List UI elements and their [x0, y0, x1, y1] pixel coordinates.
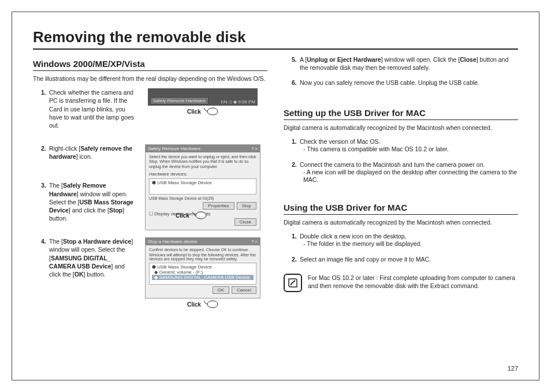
intro-mac-setup: Digital camera is automatically recogniz…	[284, 124, 518, 132]
step-text: Now you can safely remove the USB cable.…	[300, 79, 518, 87]
step-text: Double click a new icon on the desktop, …	[300, 232, 518, 248]
step-text: Check whether the camera and PC is trans…	[49, 88, 135, 129]
note-icon	[284, 274, 302, 292]
step-text: Select an image file and copy or move it…	[300, 255, 518, 263]
heading-mac-setup: Setting up the USB Driver for MAC	[284, 108, 518, 120]
svg-point-1	[196, 212, 206, 219]
properties-button: Properties	[203, 202, 234, 210]
step-text: Check the version of Mac OS. - This came…	[300, 137, 518, 154]
step-num: 3.	[41, 181, 49, 222]
click-label: Click	[187, 301, 201, 308]
step-text: The [Safely Remove Hardware] window will…	[49, 181, 135, 222]
mouse-icon	[203, 300, 218, 309]
step-num: 1.	[41, 88, 49, 129]
step-num: 6.	[292, 79, 300, 87]
heading-mac-using: Using the USB Driver for MAC	[284, 203, 518, 215]
page-number: 127	[508, 365, 518, 372]
tray-tooltip: Safely Remove Hardware	[150, 97, 209, 104]
step-num: 2.	[41, 144, 49, 160]
right-column: 5. A [Unplug or Eject Hardware] window w…	[284, 55, 518, 317]
step-text: Connect the camera to the Macintosh and …	[300, 160, 518, 184]
step-text: The [Stop a Hardware device] window will…	[49, 237, 135, 278]
svg-point-0	[207, 108, 218, 115]
intro-windows: The illustrations may be different from …	[33, 74, 267, 83]
step-num: 1.	[292, 137, 300, 154]
mouse-icon	[192, 211, 207, 220]
ok-button: OK	[213, 286, 230, 294]
close-icon: ? ×	[251, 239, 258, 244]
intro-mac-using: Digital camera is automatically recogniz…	[284, 218, 518, 226]
click-label: Click	[176, 212, 189, 219]
dialog-stop-device: Stop a Hardware device? × Confirm device…	[145, 237, 260, 298]
step-num: 2.	[292, 160, 300, 184]
step-num: 2.	[292, 255, 300, 263]
note-box: For Mac OS 10.2 or later : First complet…	[284, 274, 518, 292]
heading-windows: Windows 2000/ME/XP/Vista	[33, 59, 267, 71]
step-num: 1.	[292, 232, 300, 248]
step-text: Right-click [Safely remove the hardware]…	[49, 144, 135, 160]
step-text: A [Unplug or Eject Hardware] window will…	[300, 55, 518, 72]
left-column: Windows 2000/ME/XP/Vista The illustratio…	[33, 55, 267, 317]
step-num: 5.	[292, 55, 300, 72]
note-text: For Mac OS 10.2 or later : First complet…	[308, 274, 518, 290]
close-button: Close	[234, 218, 256, 226]
svg-point-2	[207, 301, 218, 308]
cancel-button: Cancel	[232, 286, 256, 294]
close-icon: ? ×	[251, 146, 258, 151]
step-num: 4.	[41, 237, 49, 278]
stop-button: Stop	[237, 202, 256, 210]
click-label: Click	[187, 109, 201, 115]
page-title: Removing the removable disk	[33, 28, 518, 50]
tray-clock: EN ◇ ◆ 9:08 PM	[221, 99, 255, 104]
taskbar-mock: Safely Remove Hardware EN ◇ ◆ 9:08 PM	[148, 88, 258, 106]
mouse-icon	[203, 107, 218, 116]
